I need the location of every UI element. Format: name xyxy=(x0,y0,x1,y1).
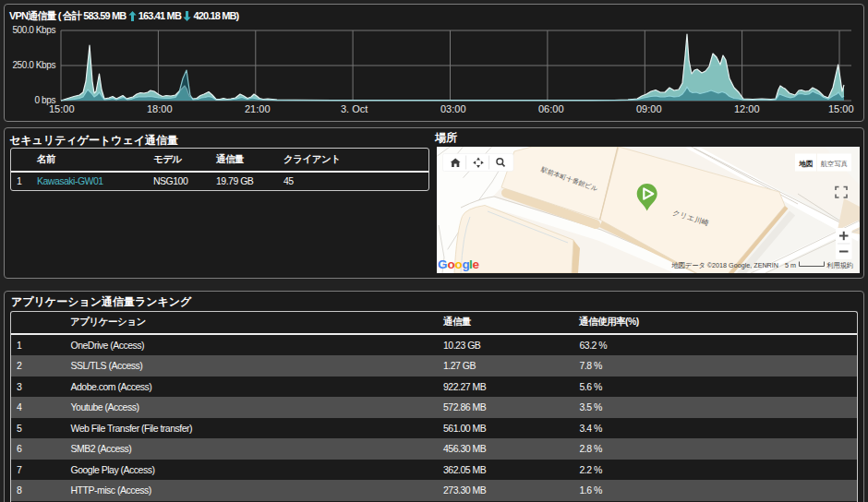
svg-text:G: G xyxy=(438,257,448,271)
svg-text:地図: 地図 xyxy=(799,160,814,168)
svg-text:o: o xyxy=(448,257,455,271)
svg-text:5 m: 5 m xyxy=(785,261,796,269)
svg-text:利用規約: 利用規約 xyxy=(826,261,853,269)
svg-text:e: e xyxy=(473,257,480,271)
svg-text:航空写真: 航空写真 xyxy=(821,160,849,168)
svg-text:o: o xyxy=(455,257,463,271)
svg-text:地図データ ©2018 Google, ZENRIN: 地図データ ©2018 Google, ZENRIN xyxy=(671,261,778,269)
